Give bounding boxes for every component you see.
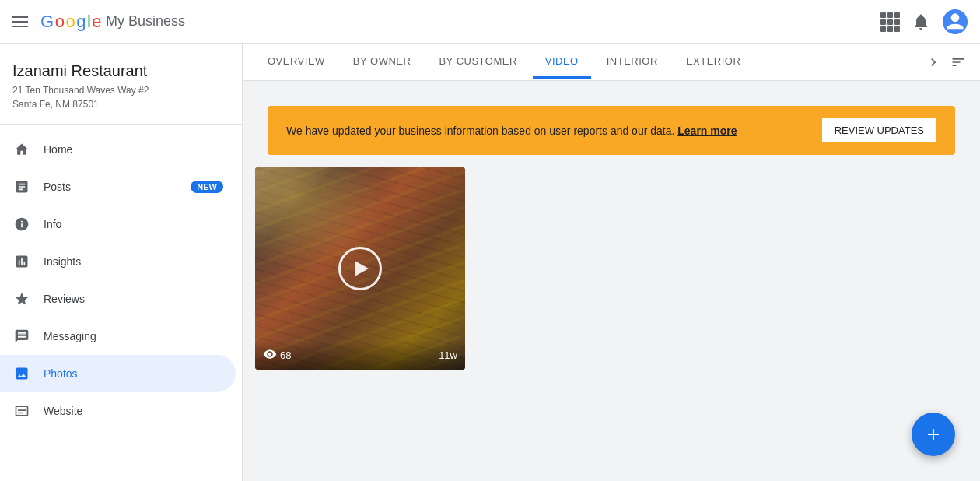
tab-by-customer[interactable]: By Customer bbox=[426, 46, 529, 79]
topbar: Google My Business bbox=[0, 0, 980, 44]
google-logo: Google bbox=[40, 12, 101, 32]
sidebar-item-label: Messaging bbox=[44, 330, 223, 342]
menu-button[interactable] bbox=[12, 16, 28, 27]
sidebar-item-photos[interactable]: Photos bbox=[0, 355, 236, 392]
update-banner: We have updated your business informatio… bbox=[268, 106, 955, 155]
sidebar-item-label: Insights bbox=[44, 255, 223, 268]
view-count: 68 bbox=[280, 349, 291, 361]
tabs-filter-button[interactable] bbox=[949, 53, 968, 72]
sidebar-item-label: Posts bbox=[44, 181, 172, 193]
info-icon bbox=[12, 215, 31, 233]
reviews-icon bbox=[12, 290, 31, 308]
tab-exterior[interactable]: Exterior bbox=[674, 46, 753, 79]
posts-icon bbox=[12, 177, 31, 196]
sidebar-item-insights[interactable]: Insights bbox=[0, 243, 236, 280]
photos-icon bbox=[12, 364, 31, 383]
new-badge: NEW bbox=[191, 181, 223, 193]
sidebar-item-reviews[interactable]: Reviews bbox=[0, 280, 236, 318]
business-address: 21 Ten Thousand Waves Way #2 Santa Fe, N… bbox=[12, 83, 229, 111]
eye-icon bbox=[263, 347, 277, 363]
sidebar-nav: Home Posts NEW Info Insights Reviews Mes… bbox=[0, 131, 242, 430]
tab-actions bbox=[924, 53, 968, 72]
layout: Izanami Restaurant 21 Ten Thousand Waves… bbox=[0, 44, 980, 481]
sidebar-item-label: Info bbox=[44, 218, 223, 230]
learn-more-link[interactable]: Learn more bbox=[677, 125, 737, 137]
notifications-button[interactable] bbox=[912, 12, 930, 31]
tabs-more-button[interactable] bbox=[924, 53, 943, 72]
tabs-list: OverviewBy OwnerBy CustomerVideoInterior… bbox=[255, 46, 921, 79]
apps-button[interactable] bbox=[880, 12, 899, 31]
home-icon bbox=[12, 140, 31, 159]
video-card[interactable]: 68 11w bbox=[255, 167, 465, 370]
topbar-right bbox=[880, 9, 968, 34]
tab-by-owner[interactable]: By Owner bbox=[341, 46, 424, 79]
banner-text: We have updated your business informatio… bbox=[286, 125, 810, 137]
sidebar-item-label: Reviews bbox=[44, 293, 223, 305]
video-views: 68 bbox=[263, 347, 291, 363]
sidebar: Izanami Restaurant 21 Ten Thousand Waves… bbox=[0, 44, 243, 481]
sidebar-item-label: Home bbox=[44, 143, 223, 156]
user-avatar[interactable] bbox=[943, 9, 968, 34]
photo-tabs: OverviewBy OwnerBy CustomerVideoInterior… bbox=[243, 44, 980, 81]
business-info: Izanami Restaurant 21 Ten Thousand Waves… bbox=[0, 56, 242, 125]
messaging-icon bbox=[12, 327, 31, 346]
content-area: We have updated your business informatio… bbox=[243, 81, 980, 481]
sidebar-item-label: Website bbox=[44, 405, 223, 417]
tab-overview[interactable]: Overview bbox=[255, 46, 338, 79]
play-button[interactable] bbox=[338, 247, 382, 290]
sidebar-item-website[interactable]: Website bbox=[0, 392, 236, 430]
review-updates-button[interactable]: REVIEW UPDATES bbox=[822, 118, 936, 142]
tab-video[interactable]: Video bbox=[533, 46, 591, 79]
svg-point-0 bbox=[951, 13, 960, 22]
insights-icon bbox=[12, 252, 31, 271]
add-photo-fab[interactable] bbox=[912, 413, 955, 456]
video-grid: 68 11w bbox=[255, 167, 968, 370]
app-title: My Business bbox=[106, 13, 185, 30]
video-age: 11w bbox=[439, 349, 457, 361]
sidebar-item-posts[interactable]: Posts NEW bbox=[0, 168, 236, 205]
sidebar-item-label: Photos bbox=[44, 367, 223, 380]
video-info: 68 11w bbox=[255, 341, 465, 370]
main-content: OverviewBy OwnerBy CustomerVideoInterior… bbox=[243, 44, 980, 481]
sidebar-item-messaging[interactable]: Messaging bbox=[0, 318, 236, 355]
sidebar-item-info[interactable]: Info bbox=[0, 205, 236, 243]
tab-interior[interactable]: Interior bbox=[594, 46, 670, 79]
sidebar-item-home[interactable]: Home bbox=[0, 131, 236, 168]
business-name: Izanami Restaurant bbox=[12, 62, 229, 80]
website-icon bbox=[12, 402, 31, 420]
